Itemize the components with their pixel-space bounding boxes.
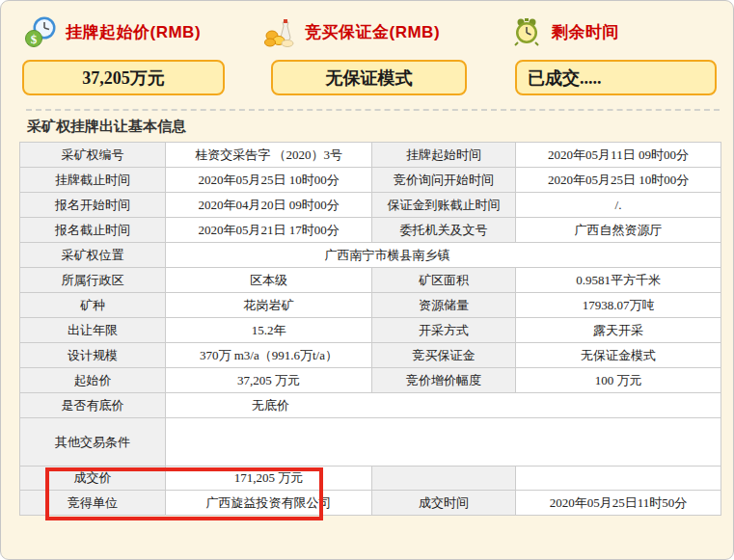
- table-row-winner: 竞得单位 广西旋益投资有限公司 成交时间 2020年05月25日11时50分: [20, 491, 721, 516]
- table-row: 起始价 37,205 万元 竞价增价幅度 100 万元: [20, 368, 721, 393]
- table-row: 其他交易条件: [20, 418, 721, 467]
- field-value: 区本级: [166, 268, 372, 293]
- field-value: 无保证金模式: [516, 343, 721, 368]
- field-label: 竞得单位: [20, 491, 166, 516]
- field-value: 露天开采: [516, 318, 721, 343]
- table-row: 矿种 花岗岩矿 资源储量 17938.07万吨: [20, 293, 721, 318]
- table-row: 挂牌截止时间 2020年05月25日 10时00分 竞价询问开始时间 2020年…: [20, 168, 721, 193]
- field-value: 广西自然资源厅: [516, 218, 721, 243]
- field-value: 15.2年: [166, 318, 372, 343]
- field-value: 17938.07万吨: [516, 293, 721, 318]
- field-label: 竞买保证金: [372, 343, 516, 368]
- field-label: 是否有底价: [20, 393, 166, 418]
- starting-price-header: $ 挂牌起始价(RMB): [24, 13, 201, 50]
- field-label: 资源储量: [372, 293, 516, 318]
- table-row: 设计规模 370万 m3/a（991.6万t/a） 竞买保证金 无保证金模式: [20, 343, 721, 368]
- field-label: [372, 467, 516, 491]
- deposit-mode-box: 无保证模式: [271, 60, 467, 95]
- table-row: 采矿权位置 广西南宁市横县南乡镇: [20, 243, 721, 268]
- field-value: /.: [516, 193, 721, 218]
- field-label: 竞价增价幅度: [372, 368, 516, 393]
- field-value: 广西南宁市横县南乡镇: [166, 243, 721, 268]
- field-value: 171,205 万元: [166, 467, 372, 491]
- time-status-box: 已成交.....: [515, 60, 717, 95]
- field-label: 矿区面积: [372, 268, 516, 293]
- field-value: [516, 467, 721, 491]
- field-value: 2020年05月11日 09时00分: [516, 143, 721, 168]
- time-alarm-icon: [510, 14, 545, 49]
- field-label: 矿种: [20, 293, 166, 318]
- section-title: 采矿权挂牌出让基本信息: [27, 118, 186, 136]
- field-value: 370万 m3/a（991.6万t/a）: [166, 343, 372, 368]
- time-left-header: 剩余时间: [510, 13, 619, 50]
- svg-text:$: $: [31, 32, 38, 46]
- field-label: 成交价: [20, 467, 166, 491]
- deposit-gold-icon: [263, 14, 298, 49]
- field-label: 挂牌截止时间: [20, 168, 166, 193]
- price-clock-icon: $: [24, 14, 59, 49]
- field-value: 无底价: [166, 393, 721, 418]
- time-left-label: 剩余时间: [552, 21, 619, 43]
- table-row: 采矿权编号 桂资交采告字 （2020）3号 挂牌起始时间 2020年05月11日…: [20, 143, 721, 168]
- table-row: 出让年限 15.2年 开采方式 露天开采: [20, 318, 721, 343]
- table-row: 是否有底价 无底价: [20, 393, 721, 418]
- field-label: 所属行政区: [20, 268, 166, 293]
- field-label: 开采方式: [372, 318, 516, 343]
- field-label: 其他交易条件: [20, 418, 166, 467]
- basic-info-table: 采矿权编号 桂资交采告字 （2020）3号 挂牌起始时间 2020年05月11日…: [19, 142, 721, 516]
- auction-listing-page: $ 挂牌起始价(RMB) 竞买保证金(RMB): [0, 0, 734, 560]
- field-value: 2020年04月20日 09时00分: [166, 193, 372, 218]
- table-row-deal-price: 成交价 171,205 万元: [20, 467, 721, 491]
- field-label: 出让年限: [20, 318, 166, 343]
- table-row: 所属行政区 区本级 矿区面积 0.9581平方千米: [20, 268, 721, 293]
- field-label: 竞价询问开始时间: [372, 168, 516, 193]
- field-value: 2020年05月21日 17时00分: [166, 218, 372, 243]
- field-value: 100 万元: [516, 368, 721, 393]
- field-value: 花岗岩矿: [166, 293, 372, 318]
- field-label: 采矿权位置: [20, 243, 166, 268]
- field-label: 设计规模: [20, 343, 166, 368]
- field-value: 2020年05月25日 10时00分: [516, 168, 721, 193]
- field-value: 广西旋益投资有限公司: [166, 491, 372, 516]
- field-value: [166, 418, 721, 467]
- field-value: 0.9581平方千米: [516, 268, 721, 293]
- field-label: 起始价: [20, 368, 166, 393]
- field-value: 37,205 万元: [166, 368, 372, 393]
- deposit-header: 竞买保证金(RMB): [263, 13, 440, 50]
- field-label: 保证金到账截止时间: [372, 193, 516, 218]
- table-row: 报名截止时间 2020年05月21日 17时00分 委托机关及文号 广西自然资源…: [20, 218, 721, 243]
- field-label: 委托机关及文号: [372, 218, 516, 243]
- field-label: 报名开始时间: [20, 193, 166, 218]
- field-value: 2020年05月25日11时50分: [516, 491, 721, 516]
- starting-price-box: 37,205万元: [22, 60, 225, 95]
- field-label: 成交时间: [372, 491, 516, 516]
- starting-price-label: 挂牌起始价(RMB): [66, 21, 201, 43]
- dashed-separator: [26, 109, 720, 111]
- field-label: 报名截止时间: [20, 218, 166, 243]
- field-label: 采矿权编号: [20, 143, 166, 168]
- field-value: 2020年05月25日 10时00分: [166, 168, 372, 193]
- table-row: 报名开始时间 2020年04月20日 09时00分 保证金到账截止时间 /.: [20, 193, 721, 218]
- field-label: 挂牌起始时间: [372, 143, 516, 168]
- deposit-label: 竞买保证金(RMB): [305, 21, 440, 43]
- field-value: 桂资交采告字 （2020）3号: [166, 143, 372, 168]
